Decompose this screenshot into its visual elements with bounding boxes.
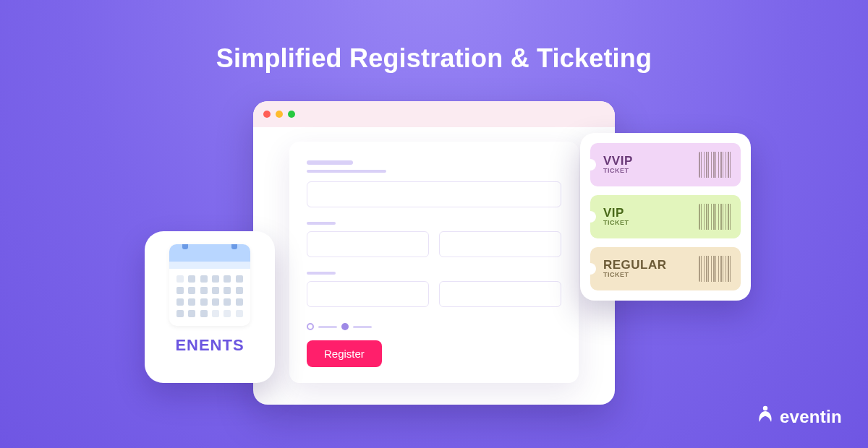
form-label-placeholder [307,222,336,225]
brand-logo-icon [757,405,774,429]
events-calendar-card: ENENTS [145,231,275,383]
barcode-icon [699,204,732,230]
ticket-tier-label: REGULAR [603,259,667,272]
close-icon[interactable] [263,111,271,118]
ticket-notch-icon [590,159,596,171]
brand-name: eventin [780,407,842,427]
form-subhead-placeholder [307,170,386,173]
ticket-tier-label: VIP [603,207,629,220]
text-input[interactable] [439,231,561,257]
form-label-placeholder [307,272,336,275]
text-input[interactable] [439,281,561,307]
ticket-tier-label: VVIP [603,155,633,168]
ticket-notch-icon [590,211,596,223]
barcode-icon [699,256,732,282]
ticket-sub-label: TICKET [603,220,629,226]
tickets-card: VVIP TICKET VIP TICKET REGULAR TICKET [580,133,751,301]
ticket-notch-icon [590,263,596,275]
form-stepper [307,323,561,330]
browser-window: Register [253,101,615,405]
step-connector [318,326,337,328]
brand: eventin [757,405,842,429]
barcode-icon [699,152,732,178]
registration-form: Register [289,142,579,383]
ticket-vvip: VVIP TICKET [590,143,741,186]
ticket-sub-label: TICKET [603,272,667,278]
maximize-icon[interactable] [288,111,295,118]
step-indicator [341,323,349,330]
step-connector [353,326,372,328]
ticket-vip: VIP TICKET [590,195,741,238]
ticket-sub-label: TICKET [603,168,633,174]
svg-point-0 [763,406,767,410]
calendar-icon [169,244,250,326]
events-card-label: ENENTS [175,336,244,355]
step-indicator [307,323,314,330]
window-titlebar [253,101,615,127]
page-title: Simplified Registration & Ticketing [0,43,868,74]
form-heading-placeholder [307,160,353,165]
register-button[interactable]: Register [307,340,382,367]
minimize-icon[interactable] [276,111,283,118]
text-input[interactable] [307,181,561,207]
ticket-regular: REGULAR TICKET [590,247,741,290]
text-input[interactable] [307,231,429,257]
text-input[interactable] [307,281,429,307]
